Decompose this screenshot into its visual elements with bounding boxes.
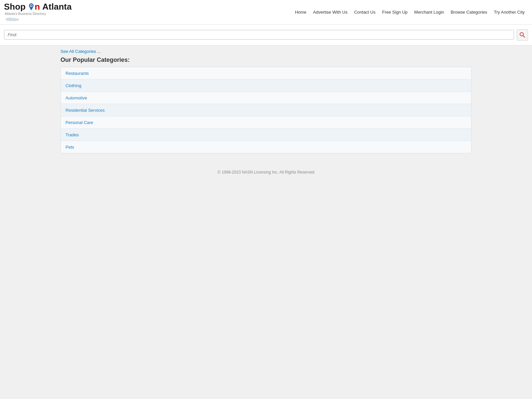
logo-area: Shop n Atlanta Atlanta's Business Direct… bbox=[4, 2, 71, 22]
category-link[interactable]: Clothing bbox=[66, 83, 81, 88]
logo-text: Shop n Atlanta bbox=[4, 2, 71, 12]
category-link[interactable]: Restaurants bbox=[66, 71, 89, 76]
popular-categories-title: Our Popular Categories: bbox=[61, 57, 471, 64]
logo-subtitle: Atlanta's Business Directory bbox=[5, 12, 71, 16]
category-item: Personal Care bbox=[61, 116, 471, 129]
svg-marker-3 bbox=[30, 8, 33, 10]
nav-browse[interactable]: Browse Categories bbox=[447, 8, 490, 16]
category-item: Trades bbox=[61, 129, 471, 141]
nav-signup[interactable]: Free Sign Up bbox=[379, 8, 411, 16]
logo-shop: Shop bbox=[4, 2, 28, 12]
nav-merchant[interactable]: Merchant Login bbox=[411, 8, 448, 16]
search-input-wrapper: Find: bbox=[4, 30, 514, 40]
main-content: See All Categories ... Our Popular Categ… bbox=[57, 46, 475, 157]
category-item: Pets bbox=[61, 141, 471, 153]
logo-in: n bbox=[35, 2, 42, 12]
nav-home[interactable]: Home bbox=[292, 8, 310, 16]
logo-map-icon bbox=[4, 16, 21, 22]
category-link[interactable]: Trades bbox=[66, 132, 79, 137]
category-link[interactable]: Automotive bbox=[66, 95, 87, 100]
categories-list: RestaurantsClothingAutomotiveResidential… bbox=[61, 67, 471, 153]
search-button[interactable] bbox=[517, 29, 528, 41]
footer: © 1998-2023 NASN Licensing Inc. All Righ… bbox=[0, 163, 532, 181]
see-all-categories-link[interactable]: See All Categories ... bbox=[61, 49, 471, 54]
category-item: Restaurants bbox=[61, 67, 471, 79]
logo-atlanta: Atlanta bbox=[42, 2, 71, 12]
category-link[interactable]: Personal Care bbox=[66, 120, 93, 125]
nav-contact[interactable]: Contact Us bbox=[351, 8, 379, 16]
search-label: Find: bbox=[8, 32, 17, 37]
category-link[interactable]: Residential Services bbox=[66, 108, 105, 113]
nav-other-city[interactable]: Try Another City bbox=[490, 8, 528, 16]
nav: Home Advertise With Us Contact Us Free S… bbox=[292, 8, 528, 16]
nav-advertise[interactable]: Advertise With Us bbox=[310, 8, 351, 16]
header: Shop n Atlanta Atlanta's Business Direct… bbox=[0, 0, 532, 25]
category-link[interactable]: Pets bbox=[66, 145, 74, 150]
search-area: Find: bbox=[0, 25, 532, 46]
search-input[interactable] bbox=[19, 32, 510, 37]
copyright-text: © 1998-2023 NASN Licensing Inc. All Righ… bbox=[218, 170, 315, 175]
category-item: Residential Services bbox=[61, 104, 471, 116]
svg-line-5 bbox=[523, 36, 525, 37]
search-icon bbox=[519, 32, 525, 38]
svg-point-2 bbox=[31, 5, 32, 7]
category-item: Clothing bbox=[61, 79, 471, 92]
category-item: Automotive bbox=[61, 92, 471, 104]
logo-pin-icon bbox=[28, 3, 34, 10]
